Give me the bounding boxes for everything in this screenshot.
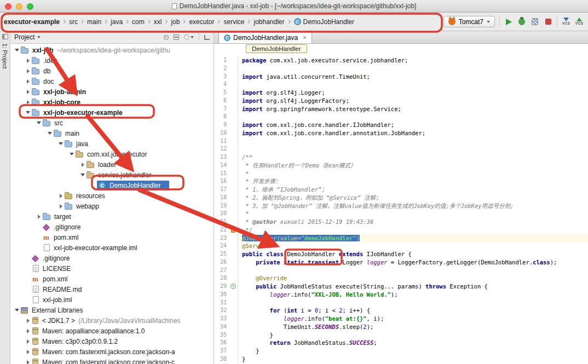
zoom-window-button[interactable] (27, 3, 33, 10)
editor-breadcrumb-tag[interactable]: DemoJobHandler (246, 44, 307, 53)
tree-item[interactable]: xxl-job.iml (10, 294, 214, 305)
collapsed-arrow-icon[interactable] (27, 319, 30, 323)
project-tool-icon[interactable] (2, 34, 8, 39)
tree-item[interactable]: xxl-job-core (10, 97, 214, 107)
tree-item[interactable]: mpom.xml (10, 232, 214, 242)
collapsed-arrow-icon[interactable] (60, 204, 62, 209)
tree-item[interactable]: .gitignore (10, 253, 214, 263)
collapsed-arrow-icon[interactable] (82, 163, 84, 167)
code-line[interactable]: 31 (214, 299, 588, 307)
minimize-window-button[interactable] (16, 3, 22, 10)
tree-item[interactable]: webapp (10, 201, 214, 211)
run-config-selector[interactable]: Tomcat7 (443, 16, 495, 27)
tree-item[interactable]: doc (10, 76, 214, 86)
debug-button[interactable] (517, 16, 526, 27)
code-line[interactable]: 9import com.xxl.job.core.handler.IJobHan… (214, 121, 588, 129)
collapsed-arrow-icon[interactable] (27, 360, 30, 364)
collapse-all-icon[interactable] (174, 34, 179, 40)
code-line[interactable]: 18 * 2、装配到Spring，例如加 “@Service” 注解； (214, 194, 588, 202)
expanded-arrow-icon[interactable] (37, 122, 41, 124)
code-line[interactable]: 4 (214, 80, 588, 89)
tree-item[interactable]: Maven: aopalliance:aopalliance:1.0 (10, 326, 214, 336)
code-line[interactable]: 36 return JobHandleStatus.SUCCESS; (214, 339, 588, 347)
code-line[interactable]: 29↑ public JobHandleStatus execute(Strin… (214, 282, 588, 291)
tree-item[interactable]: README.md (10, 284, 214, 294)
close-window-button[interactable] (5, 3, 11, 10)
collapsed-arrow-icon[interactable] (38, 215, 41, 219)
code-line[interactable]: 8 (214, 113, 588, 121)
code-line[interactable]: 22 */ (214, 226, 588, 234)
tree-item[interactable]: Maven: com.fasterxml.jackson.core:jackso… (10, 346, 214, 357)
code-line[interactable]: 1package com.xxl.job.executor.service.jo… (214, 56, 588, 65)
tree-item[interactable]: target (10, 211, 214, 222)
tree-item[interactable]: External Libraries (10, 305, 214, 315)
code-line[interactable]: 27 (214, 267, 588, 275)
run-button[interactable] (504, 16, 513, 27)
bookmark-icon[interactable] (231, 228, 235, 233)
close-tab-icon[interactable]: × (303, 34, 307, 41)
tree-item[interactable]: LICENSE (10, 263, 214, 274)
override-method-icon[interactable]: ↑ (230, 284, 236, 289)
code-line[interactable]: 38} (214, 355, 588, 363)
tree-item[interactable]: main (10, 128, 214, 138)
expanded-arrow-icon[interactable] (15, 309, 19, 311)
code-line[interactable]: 5import org.slf4j.Logger; (214, 89, 588, 97)
coverage-button[interactable] (531, 16, 539, 27)
code-line[interactable]: 37 } (214, 347, 588, 355)
code-line[interactable]: 12 (214, 145, 588, 153)
breadcrumb-item[interactable]: job (170, 18, 180, 26)
tree-item[interactable]: service.jobhandler (10, 170, 214, 180)
breadcrumb-item[interactable]: java (110, 18, 123, 26)
tree-item[interactable]: .gitignore (10, 222, 214, 232)
breadcrumb-item[interactable]: src (68, 18, 78, 26)
breadcrumb-item[interactable]: service (223, 18, 245, 26)
expanded-arrow-icon[interactable] (48, 132, 52, 135)
tree-item[interactable]: loader (10, 159, 214, 170)
code-line[interactable]: 16 * 开发步骤： (214, 177, 588, 186)
tree-item[interactable]: xxl-job-executor-example (10, 107, 214, 118)
code-line[interactable]: 10import com.xxl.job.core.handler.annota… (214, 129, 588, 137)
tree-item[interactable]: Maven: com.fasterxml.jackson.core:jackso… (10, 357, 214, 364)
collapsed-arrow-icon[interactable] (60, 194, 62, 198)
collapsed-arrow-icon[interactable] (27, 69, 30, 73)
code-line[interactable]: 33 logger.info("beat at:{}", i); (214, 315, 588, 323)
code-line[interactable]: 15 * (214, 170, 588, 178)
expanded-arrow-icon[interactable] (59, 142, 63, 145)
tree-item[interactable]: < JDK1.7 >(/Library/Java/JavaVirtualMach… (10, 315, 214, 326)
stop-button[interactable] (544, 16, 552, 27)
code-line[interactable]: 6import org.slf4j.LoggerFactory; (214, 97, 588, 105)
tree-item[interactable]: mpom.xml (10, 274, 214, 284)
breadcrumb-item[interactable]: xxl (153, 18, 163, 26)
code-line[interactable]: 32 for (int i = 0; i < 2; i++) { (214, 307, 588, 315)
code-line[interactable]: 28 @Override (214, 274, 588, 282)
code-line[interactable]: 35 } (214, 331, 588, 339)
breadcrumb-item[interactable]: executor (188, 18, 215, 26)
expanded-arrow-icon[interactable] (80, 174, 85, 176)
code-line[interactable]: 7import org.springframework.stereotype.S… (214, 105, 588, 113)
tree-item[interactable]: java (10, 138, 214, 149)
tree-item[interactable]: resources (10, 190, 214, 201)
project-stripe-tab[interactable]: 1: Project (2, 43, 8, 68)
code-line[interactable]: 21 * @author xuxueli 2015-12-19 19:43:36 (214, 218, 588, 226)
tree-item[interactable]: xxl-job-executor-example.iml (10, 242, 214, 253)
collapsed-arrow-icon[interactable] (27, 79, 30, 84)
code-line[interactable]: 13/** (214, 153, 588, 161)
expanded-arrow-icon[interactable] (15, 49, 19, 51)
code-line[interactable]: 3import java.util.concurrent.TimeUnit; (214, 73, 588, 81)
tree-item[interactable]: src (10, 118, 214, 128)
tab-demojobhandler[interactable]: C DemoJobHandler.java × (218, 31, 312, 43)
breadcrumb-item[interactable]: main (87, 18, 102, 26)
tree-item[interactable]: xxl-job-admin (10, 86, 214, 97)
code-line[interactable]: 14 * 任务Handler的一个Demo（Bean模式） (214, 161, 588, 170)
tree-item[interactable]: .idea (10, 55, 214, 66)
vcs-update-button[interactable]: VCS (562, 16, 570, 27)
code-line[interactable]: 2 (214, 65, 588, 73)
code-line[interactable]: 24@Service (214, 242, 588, 250)
collapsed-arrow-icon[interactable] (27, 59, 30, 63)
breadcrumb-item[interactable]: CDemoJobHandler (293, 18, 355, 26)
code-line[interactable]: 26 private static transient Logger logge… (214, 258, 588, 267)
collapsed-arrow-icon[interactable] (27, 350, 30, 354)
collapsed-arrow-icon[interactable] (27, 339, 30, 344)
collapsed-arrow-icon[interactable] (27, 90, 30, 94)
code-line[interactable]: 34 TimeUnit.SECONDS.sleep(2); (214, 323, 588, 331)
